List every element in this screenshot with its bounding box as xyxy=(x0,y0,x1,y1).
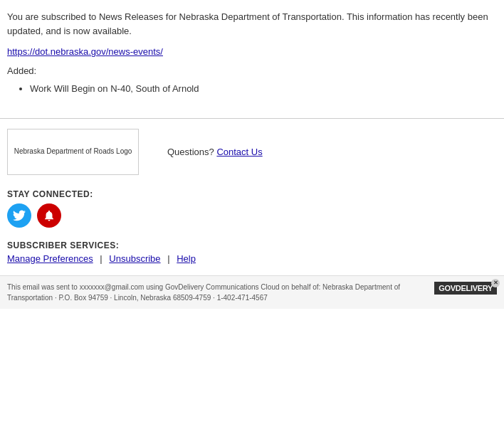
notification-bell-icon[interactable] xyxy=(37,203,61,228)
added-label: Added: xyxy=(7,65,497,76)
unsubscribe-link[interactable]: Unsubscribe xyxy=(109,253,160,264)
subscriber-links: Manage Preferences | Unsubscribe | Help xyxy=(7,253,497,264)
separator-2: | xyxy=(167,253,169,264)
intro-text: You are subscribed to News Releases for … xyxy=(7,10,497,38)
news-events-link[interactable]: https://dot.nebraska.gov/news-events/ xyxy=(7,46,163,57)
questions-text: Questions? xyxy=(167,147,214,157)
close-badge-icon[interactable]: ✕ xyxy=(491,279,500,287)
added-items-list: Work Will Begin on N-40, South of Arnold xyxy=(30,82,497,97)
separator-1: | xyxy=(100,253,102,264)
stay-connected-label: STAY CONNECTED: xyxy=(7,189,497,199)
subscriber-services-section: SUBSCRIBER SERVICES: Manage Preferences … xyxy=(0,239,504,271)
logo-image: Nebraska Department of Roads Logo xyxy=(14,147,132,157)
footer-disclaimer-text: This email was sent to xxxxxxx@gmail.com… xyxy=(7,282,406,303)
added-item: Work Will Begin on N-40, South of Arnold xyxy=(30,82,497,97)
footer-bottom: This email was sent to xxxxxxx@gmail.com… xyxy=(0,275,504,309)
main-content: You are subscribed to News Releases for … xyxy=(0,0,504,104)
footer-top: Nebraska Department of Roads Logo Questi… xyxy=(0,119,504,182)
manage-preferences-link[interactable]: Manage Preferences xyxy=(7,253,93,264)
govdelivery-logo-text: GOVDELIVERY xyxy=(439,284,493,292)
social-icons xyxy=(7,203,497,228)
twitter-icon[interactable] xyxy=(7,203,31,228)
stay-connected-section: STAY CONNECTED: xyxy=(0,182,504,239)
subscriber-services-label: SUBSCRIBER SERVICES: xyxy=(7,240,497,250)
logo-container: Nebraska Department of Roads Logo xyxy=(7,129,139,175)
contact-us-link[interactable]: Contact Us xyxy=(216,147,262,157)
help-link[interactable]: Help xyxy=(177,253,196,264)
govdelivery-badge: GOVDELIVERY ✕ xyxy=(434,282,497,295)
govdelivery-logo: GOVDELIVERY ✕ xyxy=(434,282,497,295)
questions-block: Questions? Contact Us xyxy=(167,147,263,157)
